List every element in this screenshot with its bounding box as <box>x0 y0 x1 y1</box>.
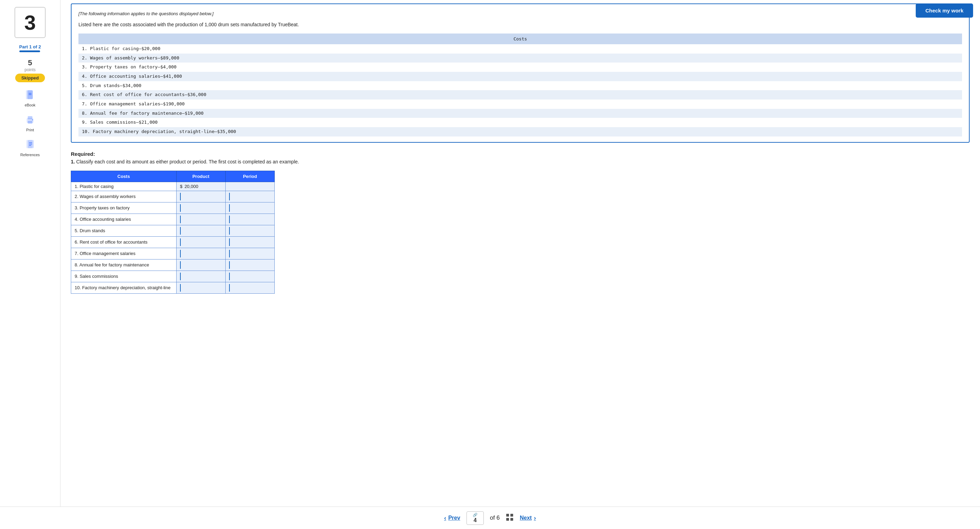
total-pages: of 6 <box>490 515 500 521</box>
table-row: 1. Plastic for casing $ 20,000 <box>71 182 275 191</box>
ebook-item[interactable]: eBook <box>24 89 37 107</box>
list-item: 8. Annual fee for factory maintenance—$1… <box>78 109 962 118</box>
period-cell-2[interactable] <box>225 191 274 202</box>
period-cell-3[interactable] <box>225 202 274 213</box>
link-icon: 🔗 <box>473 513 477 517</box>
print-icon <box>24 113 37 127</box>
print-item[interactable]: Print <box>24 113 37 132</box>
bottom-nav: ‹ Prev 🔗 4 of 6 Next › <box>0 507 980 529</box>
main-container: 3 Part 1 of 2 5 points Skipped eBook <box>0 0 980 529</box>
list-item: 10. Factory machinery depreciation, stra… <box>78 127 962 137</box>
product-value-1: 20,000 <box>185 184 198 189</box>
table-row: 8. Annual fee for factory maintenance <box>71 259 275 270</box>
costs-table: Costs 1. Plastic for casing—$20,000 2. W… <box>78 33 962 137</box>
check-my-work-button[interactable]: Check my work <box>916 3 973 17</box>
points-section: 5 points Skipped <box>15 59 45 82</box>
intro-text: Listed here are the costs associated wit… <box>78 21 962 29</box>
prev-button[interactable]: ‹ Prev <box>444 515 460 522</box>
question-number: 3 <box>24 11 36 35</box>
classification-table: Costs Product Period 1. Plastic for casi… <box>71 171 275 294</box>
table-row: 9. Sales commissions <box>71 270 275 282</box>
svg-rect-5 <box>28 116 32 119</box>
table-row: 7. Office management salaries <box>71 248 275 259</box>
svg-rect-13 <box>506 514 509 516</box>
grid-view-button[interactable] <box>506 513 514 523</box>
svg-rect-6 <box>28 121 32 123</box>
svg-rect-15 <box>506 518 509 521</box>
product-cell-5[interactable] <box>176 225 225 236</box>
table-row: 2. Wages of assembly workers <box>71 191 275 202</box>
required-title: Required: <box>71 151 970 157</box>
cost-name-2: 2. Wages of assembly workers <box>71 191 177 202</box>
period-cell-6[interactable] <box>225 236 274 248</box>
product-cell-3[interactable] <box>176 202 225 213</box>
product-cell-4[interactable] <box>176 213 225 225</box>
required-section: Required: 1. Classify each cost and its … <box>71 151 970 164</box>
current-page: 4 <box>473 517 477 523</box>
product-cell-8[interactable] <box>176 259 225 270</box>
ebook-icon <box>24 89 37 102</box>
table-row: 10. Factory machinery depreciation, stra… <box>71 282 275 293</box>
intro-italic: [The following information applies to th… <box>78 10 962 17</box>
info-box: [The following information applies to th… <box>71 3 970 143</box>
costs-header: Costs <box>78 33 962 44</box>
product-cell-6[interactable] <box>176 236 225 248</box>
next-button[interactable]: Next › <box>520 515 536 522</box>
table-row: 5. Drum stands <box>71 225 275 236</box>
next-arrow-icon: › <box>534 515 536 522</box>
cost-name-3: 3. Property taxes on factory <box>71 202 177 213</box>
list-item: 7. Office management salaries—$190,000 <box>78 100 962 109</box>
prev-arrow-icon: ‹ <box>444 515 446 522</box>
skipped-badge: Skipped <box>15 74 45 82</box>
product-cell-9[interactable] <box>176 270 225 282</box>
list-item: 6. Rent cost of office for accountants—$… <box>78 90 962 100</box>
list-item: 3. Property taxes on factory—$4,000 <box>78 62 962 72</box>
period-cell-5[interactable] <box>225 225 274 236</box>
list-item: 2. Wages of assembly workers—$89,000 <box>78 54 962 63</box>
cost-name-7: 7. Office management salaries <box>71 248 177 259</box>
col-costs: Costs <box>71 171 177 182</box>
page-number-box[interactable]: 🔗 4 <box>466 512 484 525</box>
table-row: 3. Property taxes on factory <box>71 202 275 213</box>
product-cell-7[interactable] <box>176 248 225 259</box>
list-item: 1. Plastic for casing—$20,000 <box>78 44 962 54</box>
period-cell-9[interactable] <box>225 270 274 282</box>
references-item[interactable]: References <box>21 138 40 157</box>
cost-name-5: 5. Drum stands <box>71 225 177 236</box>
period-cell-7[interactable] <box>225 248 274 259</box>
points-value: 5 <box>15 59 45 67</box>
period-cell-10[interactable] <box>225 282 274 293</box>
product-cell-10[interactable] <box>176 282 225 293</box>
period-cell-1 <box>225 182 274 191</box>
required-number: 1. <box>71 159 75 164</box>
period-cell-4[interactable] <box>225 213 274 225</box>
dollar-sign-1: $ <box>180 184 183 189</box>
cost-name-9: 9. Sales commissions <box>71 270 177 282</box>
col-period: Period <box>225 171 274 182</box>
sidebar: 3 Part 1 of 2 5 points Skipped eBook <box>0 0 60 529</box>
question-number-box: 3 <box>14 7 46 38</box>
part-label: Part 1 of 2 <box>19 44 41 49</box>
svg-rect-14 <box>511 514 513 516</box>
content-area: [The following information applies to th… <box>60 0 980 529</box>
product-cell-1: $ 20,000 <box>176 182 225 191</box>
cost-name-1: 1. Plastic for casing <box>71 182 177 191</box>
top-bar: Check my work <box>916 3 973 17</box>
table-row: 6. Rent cost of office for accountants <box>71 236 275 248</box>
required-description: 1. Classify each cost and its amount as … <box>71 159 970 164</box>
period-cell-8[interactable] <box>225 259 274 270</box>
prev-label: Prev <box>448 515 460 521</box>
cost-name-10: 10. Factory machinery depreciation, stra… <box>71 282 177 293</box>
col-product: Product <box>176 171 225 182</box>
list-item: 9. Sales commissions—$21,000 <box>78 118 962 127</box>
list-item: 4. Office accounting salaries—$41,000 <box>78 72 962 81</box>
references-label: References <box>21 153 40 157</box>
required-desc-text: Classify each cost and its amount as eit… <box>76 159 299 164</box>
cost-name-6: 6. Rent cost of office for accountants <box>71 236 177 248</box>
table-row: 4. Office accounting salaries <box>71 213 275 225</box>
product-cell-2[interactable] <box>176 191 225 202</box>
list-item: 5. Drum stands—$34,000 <box>78 81 962 91</box>
print-label: Print <box>26 128 34 132</box>
points-label: points <box>15 67 45 72</box>
part-progress-bar <box>19 51 40 52</box>
